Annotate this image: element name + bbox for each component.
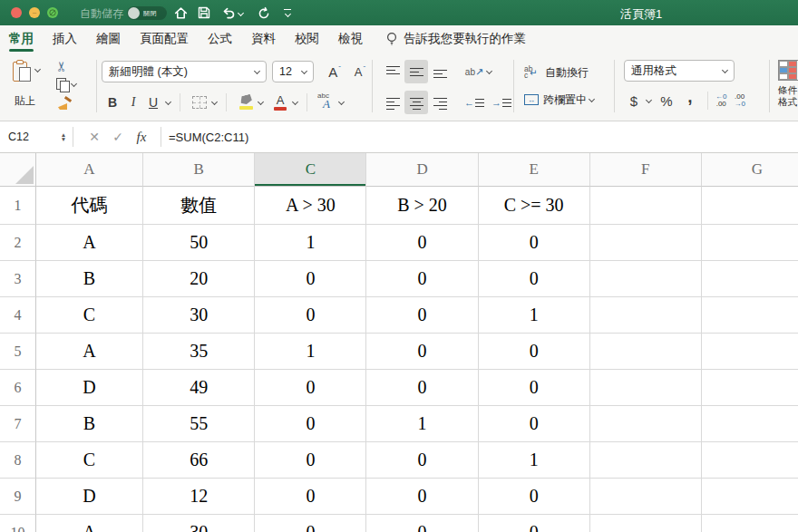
merge-dropdown-chevron-icon[interactable]	[589, 95, 595, 102]
column-header-B[interactable]: B	[143, 153, 255, 187]
cell-C2[interactable]: 1	[255, 225, 366, 261]
cell-G6[interactable]	[702, 370, 798, 406]
cell-D8[interactable]: 0	[366, 442, 478, 479]
row-header-1[interactable]: 1	[0, 187, 36, 225]
row-header-7[interactable]: 7	[0, 406, 36, 442]
phonetic-dropdown-chevron-icon[interactable]	[338, 98, 345, 104]
font-name-select[interactable]: 新細明體 (本文)	[102, 61, 267, 82]
paste-dropdown-chevron-icon[interactable]	[34, 66, 41, 73]
column-header-A[interactable]: A	[36, 153, 143, 187]
copy-button[interactable]	[56, 78, 76, 92]
row-header-5[interactable]: 5	[0, 334, 36, 370]
cell-A3[interactable]: B	[36, 261, 143, 297]
borders-dropdown-chevron-icon[interactable]	[211, 98, 218, 104]
increase-font-size-button[interactable]: A ˆ	[325, 60, 345, 83]
cell-F1[interactable]	[590, 187, 702, 225]
cell-A4[interactable]: C	[36, 297, 143, 334]
cell-C9[interactable]: 0	[255, 479, 366, 515]
stepper-down-icon[interactable]: ▼	[61, 137, 66, 141]
increase-indent-button[interactable]: →	[491, 91, 511, 114]
borders-button[interactable]	[190, 91, 209, 114]
insert-function-button[interactable]: fx	[130, 130, 153, 145]
currency-dropdown-chevron-icon[interactable]	[646, 96, 652, 102]
cell-D7[interactable]: 1	[366, 406, 478, 442]
orientation-button[interactable]: ab ↗	[464, 60, 484, 83]
cell-E8[interactable]: 1	[479, 442, 590, 479]
home-button[interactable]	[172, 5, 189, 21]
cell-E9[interactable]: 0	[479, 479, 590, 515]
cell-F4[interactable]	[590, 297, 702, 334]
cell-G5[interactable]	[702, 334, 798, 370]
column-header-E[interactable]: E	[479, 153, 590, 187]
cell-E5[interactable]: 0	[479, 334, 590, 370]
decrease-decimal-button[interactable]: .00 →0	[734, 93, 744, 108]
paste-button[interactable]	[13, 60, 40, 83]
decrease-font-size-button[interactable]: A ˇ	[350, 60, 370, 83]
fill-color-dropdown-chevron-icon[interactable]	[258, 98, 264, 104]
cell-D9[interactable]: 0	[366, 479, 478, 515]
cell-D4[interactable]: 0	[366, 297, 478, 334]
cell-A2[interactable]: A	[36, 225, 143, 261]
cell-E1[interactable]: C >= 30	[479, 187, 590, 225]
cell-D5[interactable]: 0	[366, 334, 478, 370]
ribbon-tab-檢視[interactable]: 檢視	[338, 25, 363, 53]
cell-D3[interactable]: 0	[366, 261, 478, 297]
name-box-stepper[interactable]: ▲ ▼	[56, 132, 71, 141]
cell-C5[interactable]: 1	[255, 334, 366, 370]
cell-A10[interactable]: A	[36, 515, 143, 532]
cell-C4[interactable]: 0	[255, 297, 366, 334]
row-header-4[interactable]: 4	[0, 297, 36, 334]
cell-D6[interactable]: 0	[366, 370, 478, 406]
cell-E10[interactable]: 0	[479, 515, 590, 532]
cell-C8[interactable]: 0	[255, 442, 366, 479]
ribbon-tab-公式[interactable]: 公式	[208, 25, 232, 53]
cell-F9[interactable]	[590, 479, 702, 515]
font-size-select[interactable]: 12	[272, 61, 314, 82]
cell-E6[interactable]: 0	[479, 370, 590, 406]
cell-G3[interactable]	[702, 261, 798, 297]
phonetic-guide-button[interactable]: abc A	[316, 91, 336, 114]
undo-dropdown-chevron-icon[interactable]	[238, 9, 244, 15]
enter-button[interactable]: ✓	[106, 130, 130, 144]
cell-D2[interactable]: 0	[366, 225, 478, 261]
cell-C3[interactable]: 0	[255, 261, 366, 297]
align-right-button[interactable]	[428, 91, 452, 114]
row-header-8[interactable]: 8	[0, 442, 36, 479]
ribbon-tab-繪圖[interactable]: 繪圖	[96, 25, 121, 53]
cell-A5[interactable]: A	[36, 334, 143, 370]
cell-C6[interactable]: 0	[255, 370, 366, 406]
close-window-button[interactable]	[11, 7, 22, 18]
align-top-button[interactable]	[381, 60, 404, 83]
increase-decimal-button[interactable]: ←0 .00	[715, 93, 726, 108]
align-left-button[interactable]	[381, 91, 404, 114]
cell-G10[interactable]	[702, 515, 798, 532]
cell-G9[interactable]	[702, 479, 798, 515]
align-bottom-button[interactable]	[428, 60, 452, 83]
align-middle-button[interactable]	[404, 60, 428, 83]
cell-C1[interactable]: A > 30	[255, 187, 366, 225]
cell-C7[interactable]: 0	[255, 406, 366, 442]
cell-E3[interactable]: 0	[479, 261, 590, 297]
align-center-button[interactable]	[404, 91, 428, 114]
fill-color-button[interactable]	[236, 91, 256, 114]
cell-D10[interactable]: 0	[366, 515, 478, 532]
ribbon-tab-校閱[interactable]: 校閱	[295, 25, 319, 53]
ribbon-tab-資料[interactable]: 資料	[251, 25, 276, 53]
save-button[interactable]	[196, 5, 212, 21]
bold-button[interactable]: B	[102, 91, 123, 114]
comma-format-button[interactable]: ,	[680, 89, 700, 112]
cell-E7[interactable]: 0	[479, 406, 590, 442]
cell-B4[interactable]: 30	[143, 297, 255, 334]
customize-quick-access-button[interactable]	[279, 5, 296, 21]
cell-A7[interactable]: B	[36, 406, 143, 442]
cell-F6[interactable]	[590, 370, 702, 406]
cell-F2[interactable]	[590, 225, 702, 261]
format-painter-button[interactable]	[56, 98, 73, 112]
ribbon-tab-頁面配置[interactable]: 頁面配置	[140, 25, 189, 53]
cell-E4[interactable]: 1	[479, 297, 590, 334]
row-header-2[interactable]: 2	[0, 225, 36, 261]
cell-B10[interactable]: 30	[143, 515, 255, 532]
conditional-formatting-button[interactable]: 條件 格式	[778, 60, 798, 107]
cell-G8[interactable]	[702, 442, 798, 479]
cell-G4[interactable]	[702, 297, 798, 334]
